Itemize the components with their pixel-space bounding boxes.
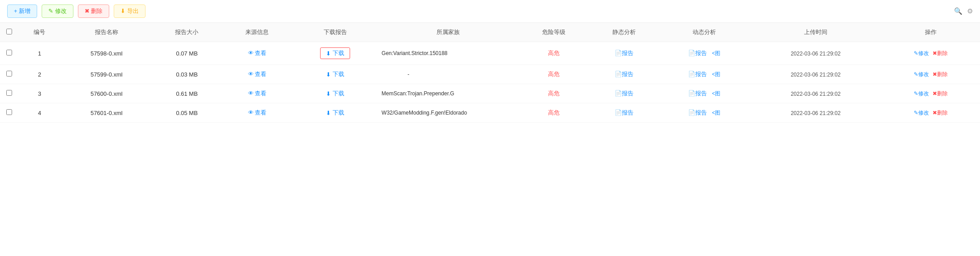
edit-button[interactable]: ✎ 修改 [42,4,73,18]
dynamic-report-link[interactable]: 📄报告 [688,90,709,97]
col-ops: 操作 [882,23,980,42]
source-view-link[interactable]: 👁查看 [248,109,266,116]
doc-icon: 📄 [615,71,622,77]
row-checkbox-0[interactable] [6,50,12,55]
search-icon[interactable]: 🔍 [954,7,963,15]
doc-icon2: 📄 [688,71,695,77]
row-delete-link[interactable]: ✖删除 [933,71,948,77]
row-id: 3 [18,84,61,103]
col-danger: 危险等级 [518,23,589,42]
col-name: 报告名称 [61,23,152,42]
doc-icon: 📄 [615,109,622,116]
row-delete-link[interactable]: ✖删除 [933,110,948,116]
export-button[interactable]: ⬇ 导出 [114,4,146,18]
row-edit-link[interactable]: ✎修改 [914,50,930,56]
row-edit-link[interactable]: ✎修改 [914,110,930,116]
select-all-checkbox[interactable] [6,29,12,34]
col-family: 所属家族 [378,23,518,42]
download-icon: ⬇ [326,71,331,78]
download-button[interactable]: ⬇下载 [326,109,344,117]
row-ops: ✎修改 ✖删除 [882,65,980,84]
row-ops: ✎修改 ✖删除 [882,42,980,65]
dynamic-graph-link[interactable]: <图 [712,110,720,116]
row-static: 📄报告 [589,84,659,103]
dynamic-report-link[interactable]: 📄报告 [688,109,709,116]
table-header-row: 编号 报告名称 报告大小 来源信息 下载报告 所属家族 危险等级 静态分析 动态… [0,23,980,42]
row-checkbox-2[interactable] [6,90,12,96]
row-static: 📄报告 [589,65,659,84]
static-report-link[interactable]: 📄报告 [615,50,633,56]
col-static: 静态分析 [589,23,659,42]
row-family: MemScan:Trojan.Prepender.G [378,84,518,103]
toolbar: + 新增 ✎ 修改 ✖ 删除 ⬇ 导出 🔍 ⚙ [0,0,980,23]
row-checkbox-cell [0,103,18,123]
row-timestamp: 2022-03-06 21:29:02 [750,103,882,123]
row-edit-link[interactable]: ✎修改 [914,71,930,77]
source-view-link[interactable]: 👁查看 [248,50,266,56]
row-family: W32/GameModding.F.gen!Eldorado [378,103,518,123]
doc-icon: 📄 [615,50,622,56]
dynamic-report-link[interactable]: 📄报告 [688,50,709,56]
row-name: 57601-0.xml [61,103,152,123]
row-timestamp: 2022-03-06 21:29:02 [750,42,882,65]
row-size: 0.05 MB [152,103,222,123]
download-button-highlighted[interactable]: ⬇下载 [320,47,350,59]
row-dynamic: 📄报告 <图 [659,65,750,84]
row-id: 4 [18,103,61,123]
eye-icon: 👁 [248,71,254,77]
trash-icon: ✖ [933,110,937,116]
row-name: 57598-0.xml [61,42,152,65]
table-row: 1 57598-0.xml 0.07 MB 👁查看 ⬇下载 Gen:Varian… [0,42,980,65]
row-checkbox-cell [0,84,18,103]
row-danger: 高危 [518,84,589,103]
dynamic-graph-link[interactable]: <图 [712,90,720,97]
doc-icon2: 📄 [688,109,695,116]
row-delete-link[interactable]: ✖删除 [933,50,948,56]
download-icon: ⬇ [326,90,331,97]
row-size: 0.61 MB [152,84,222,103]
static-report-link[interactable]: 📄报告 [615,71,633,77]
row-source: 👁查看 [222,103,292,123]
row-static: 📄报告 [589,42,659,65]
download-button[interactable]: ⬇下载 [326,90,344,98]
table-row: 4 57601-0.xml 0.05 MB 👁查看 ⬇下载 W32/GameMo… [0,103,980,123]
row-danger: 高危 [518,65,589,84]
source-view-link[interactable]: 👁查看 [248,90,266,97]
dynamic-report-link[interactable]: 📄报告 [688,71,709,77]
row-id: 2 [18,65,61,84]
dynamic-graph-link[interactable]: <图 [712,50,720,56]
download-icon: ⬇ [326,110,331,116]
share-icon: < [712,110,715,116]
trash-icon: ✖ [933,50,937,56]
row-name: 57600-0.xml [61,84,152,103]
row-delete-link[interactable]: ✖删除 [933,90,948,97]
row-checkbox-3[interactable] [6,109,12,115]
col-download: 下载报告 [292,23,378,42]
row-source: 👁查看 [222,42,292,65]
row-name: 57599-0.xml [61,65,152,84]
data-table: 编号 报告名称 报告大小 来源信息 下载报告 所属家族 危险等级 静态分析 动态… [0,23,980,123]
add-button[interactable]: + 新增 [7,4,37,18]
row-source: 👁查看 [222,84,292,103]
share-icon: < [712,71,715,77]
source-view-link[interactable]: 👁查看 [248,71,266,77]
download-button[interactable]: ⬇下载 [326,70,344,78]
download-icon: ⬇ [326,50,331,57]
row-family: - [378,65,518,84]
dynamic-graph-link[interactable]: <图 [712,71,720,77]
row-danger: 高危 [518,103,589,123]
col-timestamp: 上传时间 [750,23,882,42]
row-checkbox-1[interactable] [6,71,12,77]
static-report-link[interactable]: 📄报告 [615,90,633,97]
delete-button[interactable]: ✖ 删除 [78,4,110,18]
settings-icon[interactable]: ⚙ [967,7,973,15]
eye-icon: 👁 [248,109,254,116]
row-download: ⬇下载 [292,103,378,123]
row-timestamp: 2022-03-06 21:29:02 [750,84,882,103]
col-id: 编号 [18,23,61,42]
trash-icon: ✖ [933,90,937,97]
row-edit-link[interactable]: ✎修改 [914,90,930,97]
row-dynamic: 📄报告 <图 [659,103,750,123]
row-download: ⬇下载 [292,42,378,65]
static-report-link[interactable]: 📄报告 [615,109,633,116]
